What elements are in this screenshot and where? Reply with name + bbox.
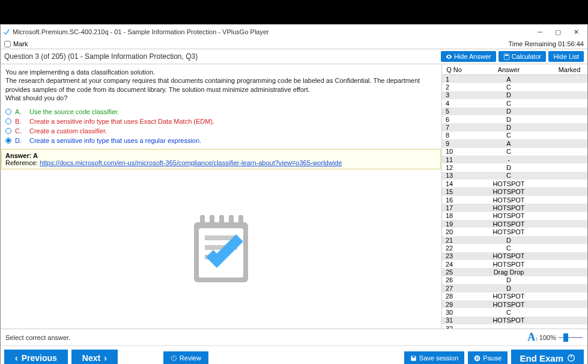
list-row[interactable]: 13C [442, 172, 587, 180]
mark-checkbox[interactable] [4, 41, 11, 47]
list-row[interactable]: 29HOTSPOT [442, 300, 587, 308]
previous-button[interactable]: ‹ Previous [4, 350, 68, 364]
list-row[interactable]: 9A [442, 139, 587, 147]
list-row[interactable]: 3D [442, 91, 587, 99]
list-row[interactable]: 23HOTSPOT [442, 252, 587, 260]
close-button[interactable]: ✕ [567, 26, 585, 38]
calculator-button[interactable]: Calculator [499, 51, 547, 62]
list-row[interactable]: 15HOTSPOT [442, 187, 587, 195]
list-row[interactable]: 5D [442, 108, 587, 115]
answer-box: Answer: A Reference: https://docs.micros… [1, 149, 441, 169]
review-icon [171, 355, 177, 362]
radio-icon[interactable] [5, 109, 11, 115]
radio-icon[interactable] [5, 138, 11, 144]
list-row[interactable]: 27D [442, 284, 587, 292]
mark-row: Mark Time Remaining 01:56:44 [1, 39, 587, 49]
pause-button[interactable]: Pause [468, 351, 508, 364]
list-row[interactable]: 22C [442, 244, 587, 252]
bottom-bar: ‹ Previous Next › Review Save session Pa… [1, 345, 587, 364]
list-row[interactable]: 21D [442, 236, 587, 244]
radio-icon[interactable] [5, 128, 11, 134]
list-body[interactable]: 1A2C3D4C5D6D7D8C9A10C11-12D13C14HOTSPOT1… [442, 75, 587, 329]
question-line: You are implementing a data classificati… [5, 68, 437, 76]
svg-point-13 [474, 355, 480, 361]
option-c[interactable]: C. Create a custom classifier. [5, 126, 437, 136]
reference-link[interactable]: https://docs.microsoft.com/en-us/microso… [40, 159, 342, 166]
options-list: A. Use the source code classifier. B. Cr… [1, 106, 441, 149]
status-text: Select correct answer. [5, 334, 527, 341]
minimize-button[interactable]: ─ [531, 26, 549, 38]
answer-title: Answer: A [5, 152, 437, 159]
list-row[interactable]: 24HOTSPOT [442, 260, 587, 268]
list-row[interactable]: 26D [442, 276, 587, 284]
end-exam-button[interactable]: End Exam [511, 350, 584, 364]
question-body: You are implementing a data classificati… [1, 64, 441, 106]
hide-list-button[interactable]: Hide List [548, 51, 584, 62]
list-row[interactable]: 32 [442, 324, 587, 329]
zoom-slider[interactable] [559, 333, 583, 342]
list-row[interactable]: 14HOTSPOT [442, 180, 587, 187]
option-d[interactable]: D. Create a sensitive info type that use… [5, 136, 437, 145]
app-window: Microsoft.Premium.SC-400.210q - 01 - Sam… [0, 24, 588, 364]
list-row[interactable]: 7D [442, 123, 587, 131]
radio-icon[interactable] [5, 118, 11, 124]
list-row[interactable]: 30C [442, 308, 587, 316]
main-area: You are implementing a data classificati… [1, 64, 587, 329]
question-header: Question 3 (of 205) (01 - Sample Informa… [1, 49, 587, 64]
svg-rect-5 [210, 215, 214, 227]
zoom-percent: 100% [539, 334, 556, 341]
save-session-button[interactable]: Save session [404, 351, 464, 364]
list-row[interactable]: 25Drag Drop [442, 268, 587, 276]
review-button[interactable]: Review [163, 351, 208, 364]
question-pane: You are implementing a data classificati… [1, 64, 441, 329]
power-icon [567, 354, 575, 362]
list-row[interactable]: 12D [442, 163, 587, 171]
list-row[interactable]: 8C [442, 132, 587, 139]
list-row[interactable]: 20HOTSPOT [442, 228, 587, 235]
font-size-button[interactable]: A↕ [527, 331, 538, 344]
question-line: The research department at your company … [5, 76, 437, 94]
next-button[interactable]: Next › [71, 350, 118, 364]
list-row[interactable]: 19HOTSPOT [442, 220, 587, 228]
list-row[interactable]: 31HOTSPOT [442, 317, 587, 324]
list-row[interactable]: 28HOTSPOT [442, 293, 587, 300]
list-row[interactable]: 18HOTSPOT [442, 212, 587, 220]
answer-reference: Reference: https://docs.microsoft.com/en… [5, 159, 437, 166]
titlebar: Microsoft.Premium.SC-400.210q - 01 - Sam… [1, 25, 587, 39]
window-title: Microsoft.Premium.SC-400.210q - 01 - Sam… [13, 28, 531, 35]
chevron-left-icon: ‹ [15, 353, 18, 363]
col-marked: Marked [551, 66, 587, 73]
col-answer: Answer [466, 66, 551, 73]
list-row[interactable]: 2C [442, 83, 587, 91]
eye-icon [446, 53, 452, 60]
col-qno: Q No [442, 66, 466, 73]
svg-rect-8 [238, 215, 243, 227]
list-row[interactable]: 6D [442, 115, 587, 123]
save-icon [410, 355, 417, 362]
option-b[interactable]: B. Create a sensitive info type that use… [5, 117, 437, 126]
svg-rect-6 [219, 215, 224, 227]
status-bar: Select correct answer. A↕ 100% [1, 329, 587, 345]
time-remaining: Time Remaining 01:56:44 [508, 40, 584, 47]
calculator-icon [503, 53, 510, 60]
pause-icon [474, 355, 480, 362]
mark-label: Mark [13, 40, 28, 47]
notepad-placeholder [1, 169, 441, 329]
maximize-button[interactable]: ▢ [549, 26, 567, 38]
option-a[interactable]: A. Use the source code classifier. [5, 107, 437, 117]
question-list-pane: Q No Answer Marked 1A2C3D4C5D6D7D8C9A10C… [441, 64, 587, 329]
list-row[interactable]: 11- [442, 156, 587, 163]
svg-rect-1 [505, 55, 508, 56]
app-icon [3, 28, 10, 35]
list-header: Q No Answer Marked [442, 64, 587, 75]
chevron-right-icon: › [104, 353, 107, 363]
list-row[interactable]: 16HOTSPOT [442, 196, 587, 204]
list-row[interactable]: 17HOTSPOT [442, 204, 587, 211]
hide-answer-button[interactable]: Hide Answer [441, 51, 496, 62]
list-row[interactable]: 4C [442, 99, 587, 107]
list-row[interactable]: 10C [442, 148, 587, 156]
svg-rect-14 [476, 356, 477, 360]
question-header-text: Question 3 (of 205) (01 - Sample Informa… [4, 52, 441, 61]
question-line: What should you do? [5, 94, 437, 102]
list-row[interactable]: 1A [442, 75, 587, 83]
